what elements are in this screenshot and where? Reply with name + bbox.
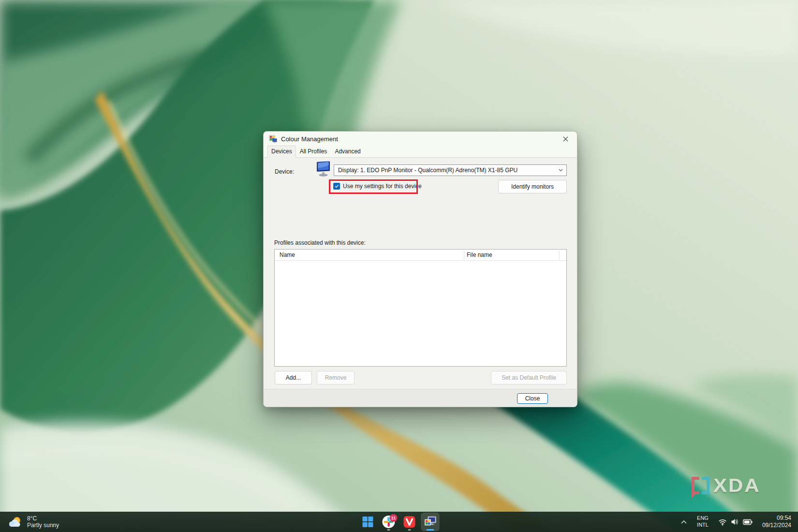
close-icon (563, 136, 568, 142)
xda-bracket-left-icon (692, 477, 699, 494)
language-line1: ENG (697, 515, 709, 522)
weather-temperature: 8°C (27, 515, 59, 522)
remove-button[interactable]: Remove (317, 371, 355, 384)
tab-all-profiles[interactable]: All Profiles (296, 146, 331, 157)
chevron-down-icon (559, 169, 563, 172)
column-separator (559, 251, 560, 260)
start-button[interactable] (359, 513, 377, 531)
chevron-up-icon (680, 519, 687, 524)
profiles-list[interactable]: Name File name (274, 249, 567, 367)
device-label: Device: (275, 168, 294, 175)
vivaldi-icon (403, 516, 416, 528)
colour-management-app-icon (269, 135, 277, 143)
clock[interactable]: 09:54 09/12/2024 (760, 514, 793, 530)
taskbar-app-icons: 11 (359, 512, 440, 532)
language-indicator[interactable]: ENG INTL (695, 514, 710, 530)
xda-watermark-text: XDA (713, 475, 761, 496)
wifi-icon (718, 518, 727, 526)
column-header-name[interactable]: Name (275, 251, 295, 258)
profiles-associated-label: Profiles associated with this device: (274, 239, 366, 246)
tray-date: 09/12/2024 (762, 522, 791, 529)
window-titlebar: Colour Management (264, 132, 577, 146)
taskbar-item-vivaldi[interactable] (400, 513, 419, 531)
dialog-bottom-bar: Close (264, 389, 577, 407)
device-dropdown-value: Display: 1. EDO PnP Monitor - Qualcomm(R… (338, 167, 517, 174)
battery-icon (743, 519, 753, 525)
language-line2: INTL (697, 522, 709, 529)
quick-settings-button[interactable] (716, 517, 754, 527)
weather-widget[interactable]: 8°C Partly sunny (5, 512, 63, 532)
tab-strip: Devices All Profiles Advanced (264, 146, 577, 158)
windows-start-icon (362, 516, 374, 528)
taskbar-item-colour-management[interactable] (421, 513, 440, 531)
tab-devices[interactable]: Devices (267, 146, 296, 158)
tray-time: 09:54 (777, 515, 791, 522)
monitor-icon (316, 161, 331, 177)
colour-management-taskbar-icon (424, 515, 437, 529)
window-close-button[interactable] (556, 133, 575, 145)
active-app-indicator (427, 529, 434, 531)
colour-management-window: Colour Management Devices All Profiles A… (263, 131, 577, 407)
xda-bracket-right-icon (702, 477, 709, 494)
speaker-icon (731, 518, 739, 526)
weather-condition: Partly sunny (27, 522, 59, 529)
window-title: Colour Management (281, 135, 338, 143)
tab-advanced[interactable]: Advanced (331, 146, 364, 157)
device-dropdown[interactable]: Display: 1. EDO PnP Monitor - Qualcomm(R… (334, 164, 567, 176)
annotation-red-box (329, 179, 418, 194)
add-button[interactable]: Add... (275, 371, 312, 384)
show-hidden-icons-button[interactable] (679, 515, 689, 529)
system-tray: ENG INTL 09:54 09/12/2024 (679, 512, 793, 532)
taskbar-item-slack[interactable]: 11 (380, 513, 398, 531)
column-separator (464, 251, 464, 260)
xda-watermark: XDA (692, 474, 761, 497)
taskbar: 8°C Partly sunny 11 (0, 512, 798, 532)
slack-notification-badge: 11 (390, 514, 398, 522)
running-app-indicator (387, 529, 390, 531)
set-as-default-profile-button[interactable]: Set as Default Profile (491, 371, 567, 384)
partly-sunny-icon (9, 516, 23, 529)
column-header-file-name[interactable]: File name (467, 251, 492, 258)
identify-monitors-button[interactable]: Identify monitors (498, 180, 567, 193)
profiles-list-header: Name File name (275, 250, 566, 261)
close-button[interactable]: Close (517, 393, 548, 404)
running-app-indicator (408, 529, 411, 531)
devices-tab-pane: Device: Display: 1. EDO PnP Monitor - Qu… (264, 158, 577, 389)
